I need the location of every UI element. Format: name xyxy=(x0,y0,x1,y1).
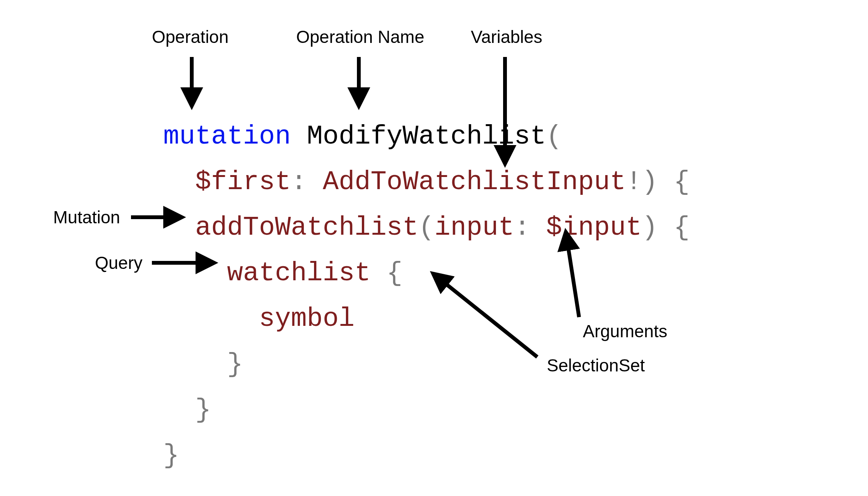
code-paren-open: ( xyxy=(546,122,562,152)
code-brace-open-1: { xyxy=(674,167,690,197)
code-field-symbol: symbol xyxy=(259,304,355,334)
code-var-type: AddToWatchlistInput xyxy=(323,167,626,197)
code-paren-close-2: ) xyxy=(642,213,658,243)
label-operation: Operation xyxy=(152,27,229,47)
code-brace-open-3: { xyxy=(387,258,402,288)
code-bang: ! xyxy=(626,167,642,197)
code-keyword-mutation: mutation xyxy=(163,122,291,152)
code-brace-close-3: } xyxy=(227,349,243,379)
code-colon-2: : xyxy=(514,213,530,243)
code-colon: : xyxy=(291,167,307,197)
code-field-watchlist: watchlist xyxy=(227,258,371,288)
code-var-name: $first xyxy=(195,167,291,197)
code-paren-close: ) xyxy=(642,167,658,197)
code-brace-close-1: } xyxy=(163,441,179,471)
code-brace-close-2: } xyxy=(195,395,211,425)
code-arg-value: $input xyxy=(546,213,642,243)
label-operation-name: Operation Name xyxy=(296,27,425,47)
code-paren-open-2: ( xyxy=(418,213,434,243)
label-variables: Variables xyxy=(471,27,542,47)
graphql-code: mutation ModifyWatchlist( $first: AddToW… xyxy=(163,114,690,479)
label-query: Query xyxy=(95,253,142,273)
diagram-stage: Operation Operation Name Variables Mutat… xyxy=(0,0,868,496)
code-brace-open-2: { xyxy=(674,213,690,243)
code-field-addtowatchlist: addToWatchlist xyxy=(195,213,418,243)
code-arg-name: input xyxy=(434,213,514,243)
code-operation-name: ModifyWatchlist xyxy=(307,122,546,152)
label-mutation: Mutation xyxy=(53,207,120,227)
